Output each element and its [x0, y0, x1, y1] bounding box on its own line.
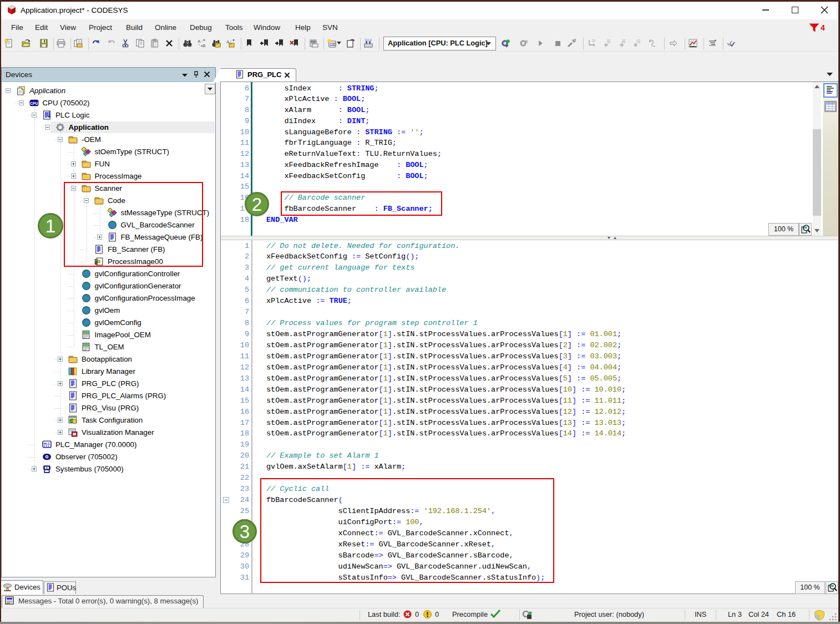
svg-text:CPU: CPU [30, 102, 38, 105]
svg-text:PLC: PLC [44, 442, 50, 445]
svg-text:A: A [198, 39, 201, 44]
svg-text:B: B [203, 43, 205, 48]
